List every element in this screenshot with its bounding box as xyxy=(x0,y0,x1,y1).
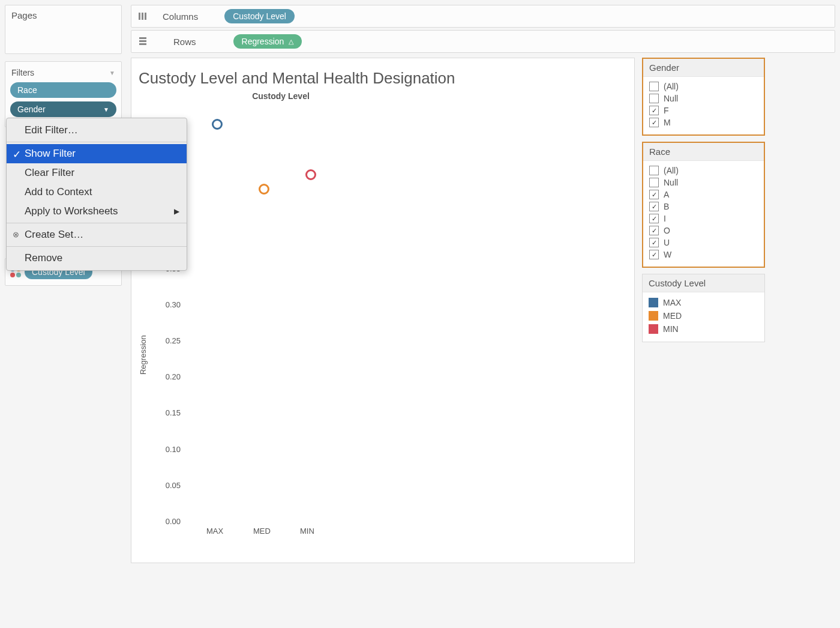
race-option-u[interactable]: ✓U xyxy=(649,237,758,249)
checkbox-icon: ✓ xyxy=(649,250,659,259)
pill-label: Regression xyxy=(242,37,284,46)
menu-item-label: Remove xyxy=(25,252,62,264)
data-point-min[interactable] xyxy=(305,169,316,180)
race-option-b[interactable]: ✓B xyxy=(649,201,758,213)
menu-item-create-set[interactable]: ⊗Create Set… xyxy=(7,225,187,244)
svg-rect-5 xyxy=(139,43,146,45)
race-option-i[interactable]: ✓I xyxy=(649,213,758,225)
color-swatch-icon xyxy=(649,311,658,321)
option-label: I xyxy=(664,214,666,223)
rows-icon xyxy=(137,36,148,47)
filters-title: Filters ▼ xyxy=(10,67,116,82)
menu-item-edit-filter[interactable]: Edit Filter… xyxy=(7,121,187,140)
race-option-w[interactable]: ✓W xyxy=(649,249,758,261)
columns-icon xyxy=(137,11,148,22)
data-point-max[interactable] xyxy=(212,119,223,130)
race-filter-card: Race (All)Null✓A✓B✓I✓O✓U✓W xyxy=(642,142,765,268)
menu-item-label: Add to Context xyxy=(25,186,92,198)
y-tick-label: 0.25 xyxy=(157,336,181,345)
data-point-med[interactable] xyxy=(259,184,269,195)
delta-icon: △ xyxy=(289,38,293,46)
checkbox-icon xyxy=(649,94,659,103)
legend-item-max[interactable]: MAX xyxy=(649,296,758,309)
menu-item-add-to-context[interactable]: Add to Context xyxy=(7,183,187,202)
option-label: B xyxy=(664,202,669,211)
checkbox-icon: ✓ xyxy=(649,226,659,235)
option-label: Null xyxy=(664,94,678,103)
option-label: (All) xyxy=(664,166,679,175)
color-swatch-icon xyxy=(649,298,658,307)
caret-down-icon: ▼ xyxy=(103,106,109,113)
option-label: A xyxy=(664,190,669,199)
filters-title-text: Filters xyxy=(11,68,34,77)
menu-item-show-filter[interactable]: ✓Show Filter xyxy=(7,144,187,163)
svg-rect-4 xyxy=(139,40,146,42)
rows-shelf[interactable]: Rows Regression △ xyxy=(131,30,835,53)
gender-option-all[interactable]: (All) xyxy=(649,80,758,92)
submenu-arrow-icon: ▶ xyxy=(174,207,179,216)
legend-item-min[interactable]: MIN xyxy=(649,322,758,336)
filter-pill-gender[interactable]: Gender▼ xyxy=(10,101,116,117)
legend-label: MED xyxy=(663,311,682,321)
pill-label: Custody Level xyxy=(233,11,286,21)
option-label: Null xyxy=(664,178,678,187)
chart-area[interactable]: 0.000.050.100.150.200.250.300.350.400.45… xyxy=(160,124,622,539)
race-option-null[interactable]: Null xyxy=(649,177,758,189)
gender-filter-card: Gender (All)Null✓F✓M xyxy=(642,58,765,136)
legend-label: MIN xyxy=(663,324,679,334)
checkbox-icon: ✓ xyxy=(649,106,659,115)
menu-separator xyxy=(7,223,187,223)
gender-option-f[interactable]: ✓F xyxy=(649,104,758,116)
legend-label: MAX xyxy=(663,298,681,307)
right-column: Gender (All)Null✓F✓M Race (All)Null✓A✓B✓… xyxy=(642,58,765,348)
filter-context-menu: Edit Filter…✓Show FilterClear FilterAdd … xyxy=(6,118,187,271)
custody-legend-card: Custody Level MAXMEDMIN xyxy=(642,274,765,342)
option-label: M xyxy=(664,118,671,127)
columns-shelf[interactable]: Columns Custody Level xyxy=(131,5,835,28)
x-tick-label-med: MED xyxy=(253,527,271,536)
legend-item-med[interactable]: MED xyxy=(649,309,758,322)
y-tick-label: 0.05 xyxy=(157,481,181,490)
menu-item-apply-to-worksheets[interactable]: Apply to Worksheets▶ xyxy=(7,202,187,221)
option-label: U xyxy=(664,238,670,247)
svg-rect-1 xyxy=(142,13,143,20)
checkbox-icon: ✓ xyxy=(649,118,659,127)
option-label: W xyxy=(664,250,671,259)
pages-card: Pages xyxy=(5,5,122,54)
x-axis-title: Custody Level xyxy=(0,91,634,101)
check-icon: ✓ xyxy=(13,148,21,161)
checkbox-icon xyxy=(649,166,659,175)
race-option-all[interactable]: (All) xyxy=(649,165,758,177)
gender-option-null[interactable]: Null xyxy=(649,92,758,104)
color-swatch-icon xyxy=(649,324,658,334)
checkbox-icon xyxy=(649,178,659,187)
race-option-a[interactable]: ✓A xyxy=(649,189,758,201)
menu-item-label: Apply to Worksheets xyxy=(25,205,118,217)
option-label: F xyxy=(664,106,669,115)
option-label: O xyxy=(664,226,670,235)
menu-separator xyxy=(7,246,187,247)
checkbox-icon xyxy=(649,82,659,91)
caret-down-icon[interactable]: ▼ xyxy=(109,70,115,76)
race-option-o[interactable]: ✓O xyxy=(649,225,758,237)
menu-item-label: Create Set… xyxy=(25,229,83,240)
menu-item-clear-filter[interactable]: Clear Filter xyxy=(7,163,187,183)
checkbox-icon: ✓ xyxy=(649,190,659,199)
checkbox-icon: ✓ xyxy=(649,214,659,223)
menu-item-remove[interactable]: Remove xyxy=(7,249,187,268)
svg-rect-2 xyxy=(145,13,146,20)
gender-option-m[interactable]: ✓M xyxy=(649,116,758,128)
checkbox-icon: ✓ xyxy=(649,238,659,247)
rows-pill-regression[interactable]: Regression △ xyxy=(233,34,302,49)
columns-pill-custody-level[interactable]: Custody Level xyxy=(224,9,295,23)
y-tick-label: 0.10 xyxy=(157,445,181,454)
y-tick-label: 0.20 xyxy=(157,372,181,381)
pages-title: Pages xyxy=(11,10,115,20)
gender-filter-title: Gender xyxy=(643,59,764,77)
custody-legend-title: Custody Level xyxy=(643,274,764,292)
menu-item-label: Clear Filter xyxy=(25,167,74,178)
filter-pill-label: Gender xyxy=(17,104,46,114)
svg-rect-0 xyxy=(139,13,140,20)
race-filter-title: Race xyxy=(643,143,764,161)
columns-label: Columns xyxy=(163,11,198,22)
